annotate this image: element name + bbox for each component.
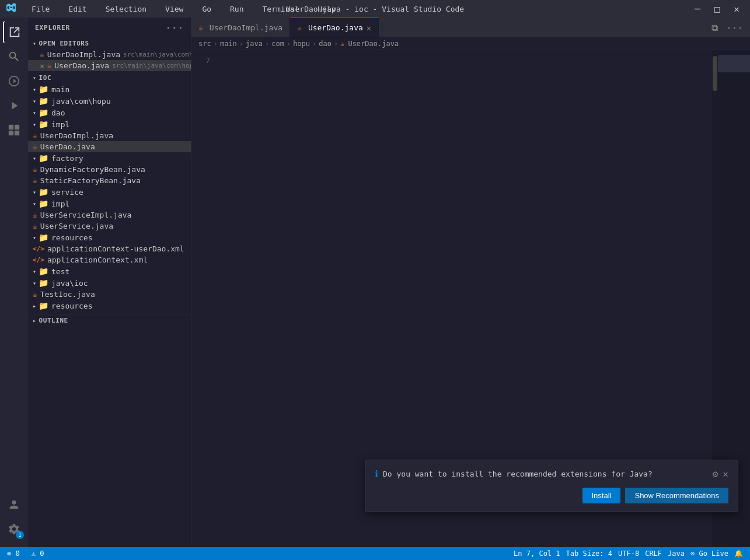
open-editor-item-userdaoimpl[interactable]: ☕ UserDaoImpl.java src\main\java\com\hop… <box>28 49 191 60</box>
status-warnings[interactable]: ⚠ 0 <box>29 550 47 558</box>
status-encoding[interactable]: UTF-8 <box>616 550 641 558</box>
file-dfb-label: DynamicFactoryBean.java <box>40 165 145 174</box>
file-ti-label: TestIoc.java <box>40 290 95 299</box>
menu-selection[interactable]: Selection <box>102 4 150 15</box>
file-us-label: UserService.java <box>40 222 113 230</box>
breadcrumb-file[interactable]: UserDao.java <box>348 40 399 48</box>
title-bar: File Edit Selection View Go Run Terminal… <box>0 0 750 18</box>
tab-userdao[interactable]: ☕ UserDao.java ✕ <box>290 18 379 37</box>
folder-impl[interactable]: 📁 impl <box>28 118 191 130</box>
file-dynamicfactorybean[interactable]: ☕ DynamicFactoryBean.java <box>28 164 191 175</box>
status-bell[interactable]: 🔔 <box>732 550 745 558</box>
close-button[interactable]: ✕ <box>729 2 744 16</box>
folder-impl-label: impl <box>51 120 69 129</box>
file-appcontext-userdao-xml[interactable]: </> applicationContext-userDao.xml <box>28 243 191 254</box>
split-editor-button[interactable]: ⧉ <box>709 21 720 34</box>
folder-service-impl[interactable]: 📁 impl <box>28 198 191 209</box>
minimize-button[interactable]: ─ <box>690 2 705 16</box>
folder-icon-service: 📁 <box>39 187 48 197</box>
folder-impl-chevron <box>33 121 36 128</box>
file-userdaoimpl-label: UserDaoImpl.java <box>40 131 113 140</box>
sidebar-more-button[interactable]: ··· <box>165 22 184 33</box>
breadcrumb-src[interactable]: src <box>198 40 211 48</box>
folder-service-chevron <box>33 189 36 195</box>
file-userserviceimpl[interactable]: ☕ UserServiceImpl.java <box>28 209 191 220</box>
file-userservice[interactable]: ☕ UserService.java <box>28 220 191 232</box>
ioc-label: IOC <box>39 74 52 82</box>
tab-java-icon-2: ☕ <box>297 23 302 32</box>
file-userdaoimpl[interactable]: ☕ UserDaoImpl.java <box>28 130 191 141</box>
outline-header[interactable]: OUTLINE <box>28 314 191 327</box>
java-icon-usi: ☕ <box>33 211 37 219</box>
status-go-live[interactable]: ⊙ Go Live <box>688 550 731 558</box>
menu-run[interactable]: Run <box>226 4 247 15</box>
folder-java-ioc[interactable]: 📁 java\ioc <box>28 277 191 289</box>
menu-edit[interactable]: Edit <box>65 4 90 15</box>
folder-dao-label: dao <box>51 108 65 117</box>
status-line-col[interactable]: Ln 7, Col 1 <box>511 550 562 558</box>
debug-activity-icon[interactable] <box>3 94 25 117</box>
svg-rect-1 <box>15 125 19 130</box>
restore-button[interactable]: □ <box>710 2 725 16</box>
status-language[interactable]: Java <box>665 550 687 558</box>
install-button[interactable]: Install <box>582 488 621 503</box>
status-errors-text: ⊗ 0 <box>7 550 20 558</box>
breadcrumb-com[interactable]: com <box>271 40 284 48</box>
ioc-section-header[interactable]: IOC <box>28 72 191 83</box>
folder-dao[interactable]: 📁 dao <box>28 107 191 118</box>
status-line-ending[interactable]: CRLF <box>643 550 664 558</box>
close-editor-button-userdao[interactable]: ✕ <box>40 62 44 70</box>
search-activity-icon[interactable] <box>3 46 25 68</box>
status-tab-size[interactable]: Tab Size: 4 <box>564 550 615 558</box>
folder-test-label: test <box>51 267 69 276</box>
menu-file[interactable]: File <box>28 4 53 15</box>
open-editors-label: OPEN EDITORS <box>39 40 89 47</box>
source-control-activity-icon[interactable] <box>3 70 25 92</box>
file-testioc[interactable]: ☕ TestIoc.java <box>28 289 191 300</box>
tab-more-button[interactable]: ··· <box>724 21 745 34</box>
open-editor-filepath-userdao: src\main\java\com\hopu\dao <box>112 62 191 69</box>
explorer-activity-icon[interactable] <box>3 21 25 43</box>
settings-activity-icon[interactable]: 1 <box>3 518 25 540</box>
status-errors[interactable]: ⊗ 0 <box>5 550 22 558</box>
java-icon-sfb: ☕ <box>33 176 37 185</box>
file-appcontext-xml[interactable]: </> applicationContext.xml <box>28 254 191 265</box>
folder-test-resources[interactable]: 📁 resources <box>28 300 191 312</box>
tab-java-icon-1: ☕ <box>198 23 203 32</box>
tab-bar: ☕ UserDaoImpl.java ☕ UserDao.java ✕ ⧉ ··… <box>191 18 750 38</box>
file-staticfactorybean[interactable]: ☕ StaticFactoryBean.java <box>28 175 191 186</box>
folder-resources[interactable]: 📁 resources <box>28 232 191 243</box>
folder-main[interactable]: 📁 main <box>28 83 191 95</box>
folder-icon-impl: 📁 <box>39 120 48 129</box>
folder-service[interactable]: 📁 service <box>28 186 191 198</box>
breadcrumb-main[interactable]: main <box>220 40 237 48</box>
open-editor-item-userdao[interactable]: ✕ ☕ UserDao.java src\main\java\com\hopu\… <box>28 60 191 71</box>
breadcrumb-java[interactable]: java <box>246 40 263 48</box>
file-userdao[interactable]: ☕ UserDao.java <box>28 141 191 152</box>
folder-jch-chevron <box>33 98 36 104</box>
open-editors-header[interactable]: OPEN EDITORS <box>28 38 191 49</box>
notification-gear-icon[interactable]: ⚙ <box>713 468 718 480</box>
status-encoding-text: UTF-8 <box>618 550 639 558</box>
folder-jch-label: java\com\hopu <box>51 97 111 106</box>
folder-java-com-hopu[interactable]: 📁 java\com\hopu <box>28 95 191 107</box>
scrollbar-thumb[interactable] <box>713 56 717 91</box>
folder-test[interactable]: 📁 test <box>28 265 191 277</box>
breadcrumb-dao[interactable]: dao <box>319 40 332 48</box>
status-right: Ln 7, Col 1 Tab Size: 4 UTF-8 CRLF Java … <box>511 550 745 558</box>
folder-test-chevron <box>33 268 36 275</box>
folder-icon-service-impl: 📁 <box>39 199 48 208</box>
account-activity-icon[interactable] <box>3 494 25 516</box>
extensions-activity-icon[interactable] <box>3 119 25 141</box>
menu-view[interactable]: View <box>162 4 187 15</box>
sidebar: EXPLORER ··· OPEN EDITORS ☕ UserDaoImpl.… <box>28 18 191 547</box>
menu-go[interactable]: Go <box>198 4 215 15</box>
folder-service-impl-chevron <box>33 201 36 207</box>
show-recommendations-button[interactable]: Show Recommendations <box>625 488 728 503</box>
breadcrumb-hopu[interactable]: hopu <box>293 40 310 48</box>
folder-factory[interactable]: 📁 factory <box>28 152 191 164</box>
tab-close-userdao[interactable]: ✕ <box>367 23 371 33</box>
tab-userdaoimpl[interactable]: ☕ UserDaoImpl.java <box>191 18 290 37</box>
notification-close-button[interactable]: ✕ <box>723 468 728 480</box>
tab-userdaoimpl-label: UserDaoImpl.java <box>210 23 282 32</box>
